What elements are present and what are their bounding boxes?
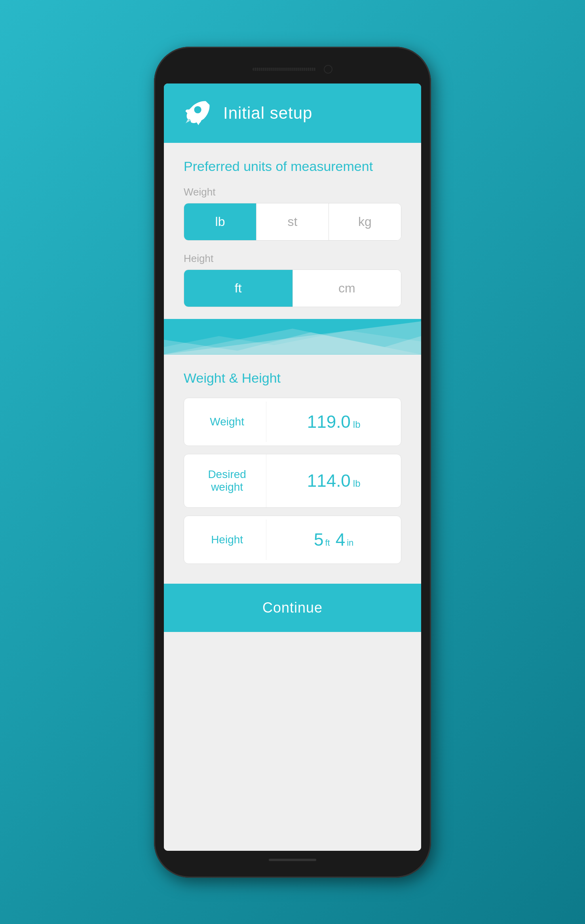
weight-value-unit: lb — [353, 419, 361, 430]
weight-kg-btn[interactable]: kg — [329, 203, 401, 240]
height-unit-group: ft cm — [184, 269, 401, 307]
section2-title: Weight & Height — [184, 370, 401, 386]
front-camera — [324, 65, 332, 74]
weight-st-btn[interactable]: st — [256, 203, 329, 240]
wave-separator — [164, 319, 421, 355]
height-feet: 5 — [314, 530, 323, 550]
weight-unit-group: lb st kg — [184, 203, 401, 241]
height-in-unit: in — [347, 538, 353, 548]
section-units: Preferred units of measurement Weight lb… — [164, 143, 421, 319]
header-title: Initial setup — [223, 104, 312, 123]
section-wh: Weight & Height Weight 119.0 lb Desired … — [164, 355, 421, 584]
desired-weight-row-label: Desired weight — [184, 454, 266, 507]
desired-weight-row[interactable]: Desired weight 114.0 lb — [184, 454, 401, 508]
height-display: 5 ft 4 in — [314, 530, 353, 550]
weight-row-value: 119.0 lb — [266, 398, 401, 446]
height-unit-label: Height — [184, 252, 401, 265]
height-ft-unit: ft — [325, 538, 330, 548]
weight-row[interactable]: Weight 119.0 lb — [184, 398, 401, 446]
height-row-value: 5 ft 4 in — [266, 516, 401, 564]
app-header: Initial setup — [164, 83, 421, 143]
weight-value-number: 119.0 — [307, 412, 351, 432]
home-indicator — [269, 859, 316, 861]
phone-top-bar — [164, 59, 421, 80]
phone-device: Initial setup Preferred units of measure… — [154, 47, 431, 878]
height-ft-btn[interactable]: ft — [184, 270, 293, 307]
desired-weight-value-unit: lb — [353, 478, 361, 489]
weight-lb-btn[interactable]: lb — [184, 203, 256, 240]
phone-bottom-bar — [164, 854, 421, 866]
continue-button[interactable]: Continue — [164, 584, 421, 632]
height-inches: 4 — [336, 530, 345, 550]
phone-screen: Initial setup Preferred units of measure… — [164, 83, 421, 851]
height-row-label: Height — [184, 520, 266, 560]
rocket-icon — [184, 99, 211, 127]
weight-row-label: Weight — [184, 402, 266, 442]
desired-weight-row-value: 114.0 lb — [266, 457, 401, 505]
section1-title: Preferred units of measurement — [184, 159, 401, 174]
height-cm-btn[interactable]: cm — [293, 270, 401, 307]
desired-weight-value-number: 114.0 — [307, 471, 351, 491]
height-row[interactable]: Height 5 ft 4 in — [184, 516, 401, 564]
weight-unit-label: Weight — [184, 186, 401, 198]
speaker-grille — [253, 68, 316, 71]
content-area: Preferred units of measurement Weight lb… — [164, 143, 421, 851]
